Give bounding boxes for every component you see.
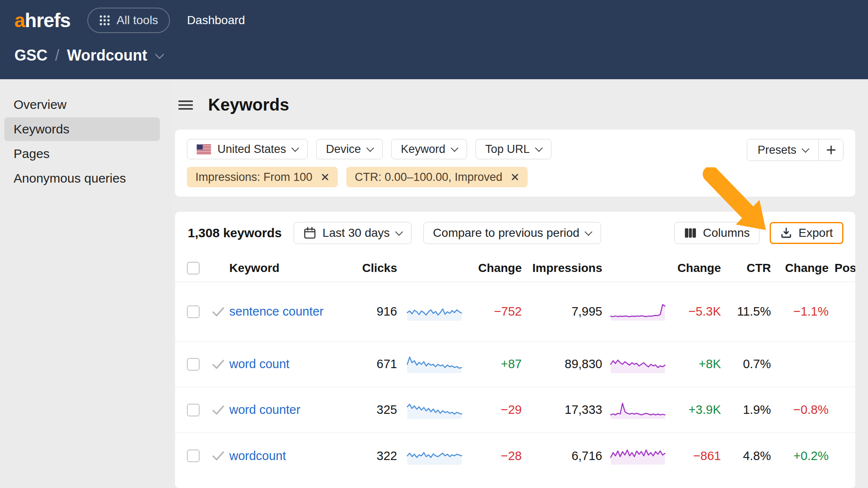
all-tools-button[interactable]: All tools [87, 8, 170, 33]
check-icon [207, 359, 229, 369]
sidebar-item-pages[interactable]: Pages [4, 142, 160, 166]
add-filter-button[interactable] [818, 139, 843, 161]
impressions-value: 7,995 [522, 305, 602, 319]
check-icon [207, 307, 229, 317]
country-filter-button[interactable]: United States [187, 139, 308, 159]
keyword-link[interactable]: wordcount [229, 449, 334, 463]
plus-icon [826, 144, 837, 155]
ctr-value: 1.9% [721, 403, 771, 417]
dashboard-link[interactable]: Dashboard [187, 14, 245, 27]
keyword-count: 1,308 keywords [188, 226, 282, 240]
row-checkbox[interactable] [187, 358, 200, 371]
clicks-value: 325 [334, 403, 397, 417]
export-button[interactable]: Export [770, 222, 843, 244]
row-checkbox[interactable] [187, 449, 200, 462]
header-impressions[interactable]: Impressions [522, 261, 602, 275]
close-icon[interactable] [321, 173, 329, 181]
header-clicks-change[interactable]: Change [467, 261, 522, 275]
ctr-value: 11.5% [721, 305, 771, 319]
top-url-filter-label: Top URL [485, 143, 530, 156]
impressions-sparkline [602, 355, 669, 374]
row-checkbox[interactable] [187, 305, 200, 318]
sidebar-item-keywords[interactable]: Keywords [4, 117, 160, 141]
chevron-down-icon[interactable] [155, 50, 164, 59]
clicks-sparkline [397, 355, 467, 374]
sidebar-item-anonymous-queries[interactable]: Anonymous queries [4, 166, 160, 190]
sidebar: Overview Keywords Pages Anonymous querie… [0, 79, 172, 488]
chevron-down-icon [584, 228, 592, 236]
compare-button[interactable]: Compare to previous period [423, 222, 601, 244]
keyword-filter-label: Keyword [401, 143, 445, 156]
presets-label: Presets [757, 144, 796, 157]
impressions-value: 6,716 [522, 449, 602, 463]
check-icon [207, 451, 229, 461]
chevron-down-icon [366, 144, 374, 152]
impressions-sparkline [602, 446, 669, 466]
chevron-down-icon [291, 144, 299, 152]
keyword-link[interactable]: word counter [229, 403, 334, 417]
table-row: sentence counter 916 −752 7,995 −5.3K 11… [175, 282, 855, 341]
filter-chip-ctr[interactable]: CTR: 0.00–100.00, Improved [346, 167, 528, 187]
clicks-sparkline [397, 302, 467, 322]
columns-button[interactable]: Columns [674, 222, 760, 244]
clicks-sparkline [397, 400, 467, 420]
ctr-value: 0.7% [721, 357, 771, 371]
breadcrumb-page[interactable]: Wordcount [67, 47, 147, 64]
table-header-row: Keyword Clicks Change Impressions Change… [175, 254, 855, 282]
date-range-button[interactable]: Last 30 days [294, 222, 412, 244]
page-title: Keywords [208, 95, 289, 114]
filter-chip-impressions[interactable]: Impressions: From 100 [187, 167, 338, 187]
header-position[interactable]: Pos [829, 261, 855, 275]
keyword-filter-button[interactable]: Keyword [391, 139, 467, 159]
impressions-change: +8K [669, 357, 721, 371]
ahrefs-logo[interactable]: ahrefs [14, 9, 70, 32]
clicks-value: 322 [334, 449, 397, 463]
impressions-value: 89,830 [522, 357, 602, 371]
impressions-sparkline [602, 400, 669, 420]
clicks-change: −28 [467, 449, 522, 463]
ctr-change: −1.1% [771, 305, 829, 319]
impressions-value: 17,333 [522, 403, 602, 417]
menu-icon[interactable] [178, 100, 193, 111]
sidebar-item-overview[interactable]: Overview [4, 93, 160, 116]
filter-chip-label: Impressions: From 100 [195, 171, 312, 184]
impressions-change: +3.9K [669, 403, 721, 417]
chevron-down-icon [395, 228, 403, 236]
header-ctr-change[interactable]: Change [771, 261, 829, 275]
close-icon[interactable] [511, 173, 519, 181]
header-ctr[interactable]: CTR [721, 261, 771, 275]
impressions-change: −861 [669, 449, 721, 463]
impressions-change: −5.3K [669, 305, 721, 319]
clicks-value: 671 [334, 357, 397, 371]
export-label: Export [798, 226, 833, 240]
columns-label: Columns [703, 226, 750, 240]
chevron-down-icon [535, 144, 542, 152]
header-impressions-change[interactable]: Change [669, 261, 721, 275]
keyword-link[interactable]: sentence counter [229, 305, 334, 319]
header-keyword[interactable]: Keyword [229, 261, 334, 275]
top-url-filter-button[interactable]: Top URL [476, 139, 551, 159]
clicks-sparkline [397, 446, 467, 466]
table-row: word count 671 +87 89,830 +8K 0.7% [175, 341, 855, 387]
keyword-link[interactable]: word count [229, 357, 334, 371]
logo-rest: hrefs [25, 9, 70, 31]
date-range-label: Last 30 days [323, 226, 390, 240]
breadcrumb-project[interactable]: GSC [14, 47, 47, 64]
filter-chip-label: CTR: 0.00–100.00, Improved [355, 171, 502, 184]
clicks-change: −752 [467, 305, 522, 319]
clicks-change: −29 [467, 403, 522, 417]
main-content: Keywords United State [172, 79, 868, 488]
ctr-change: −0.8% [771, 403, 829, 417]
select-all-checkbox[interactable] [187, 262, 200, 274]
ctr-value: 4.8% [721, 449, 771, 463]
device-filter-button[interactable]: Device [316, 139, 383, 159]
device-filter-label: Device [326, 143, 361, 156]
top-navbar: ahrefs All tools Dashboard GSC / Wordcou… [0, 0, 868, 79]
header-clicks[interactable]: Clicks [334, 261, 397, 275]
chevron-down-icon [451, 144, 458, 152]
row-checkbox[interactable] [187, 404, 200, 416]
presets-button[interactable]: Presets [747, 139, 818, 161]
compare-label: Compare to previous period [433, 226, 580, 240]
ctr-change: +0.2% [771, 449, 829, 463]
check-icon [207, 405, 229, 415]
